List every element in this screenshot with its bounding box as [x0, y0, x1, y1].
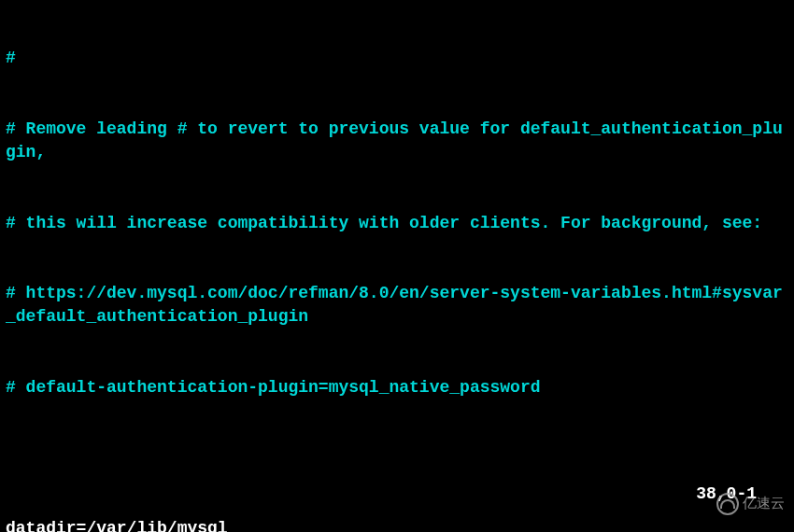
config-comment-line: # Remove leading # to revert to previous… [6, 118, 788, 164]
config-comment-line: # [6, 47, 788, 70]
watermark: 亿速云 [716, 493, 785, 515]
config-comment-line: # https://dev.mysql.com/doc/refman/8.0/e… [6, 282, 788, 329]
blank-line [6, 447, 788, 470]
cloud-icon [716, 493, 739, 515]
config-comment-line: # default-authentication-plugin=mysql_na… [6, 376, 788, 399]
config-comment-line: # this will increase compatibility with … [6, 212, 788, 235]
config-line-datadir: datadir=/var/lib/mysql [6, 517, 788, 532]
terminal-output[interactable]: # # Remove leading # to revert to previo… [6, 0, 788, 532]
watermark-text: 亿速云 [743, 495, 785, 514]
